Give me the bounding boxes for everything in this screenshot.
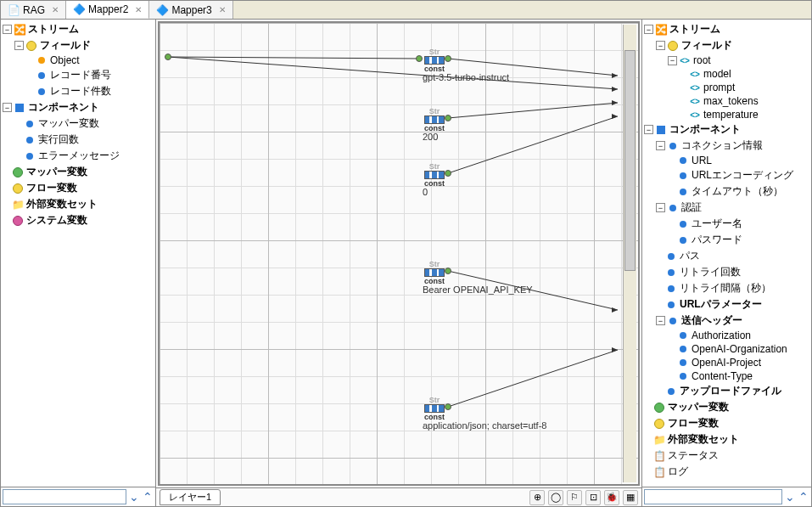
- tree-node[interactable]: マッパー変数: [3, 115, 154, 132]
- tree-node[interactable]: Content-Type: [644, 369, 809, 383]
- tree-node-sys-var[interactable]: システム変数: [3, 212, 154, 228]
- tree-node[interactable]: レコード件数: [3, 83, 154, 99]
- tree-node[interactable]: マッパー変数: [644, 399, 809, 415]
- tree-node-send-header[interactable]: −送信ヘッダー: [644, 313, 809, 329]
- dot-icon: [665, 283, 677, 295]
- chevron-up-icon[interactable]: ⌃: [142, 490, 154, 504]
- collapse-icon[interactable]: −: [656, 316, 665, 325]
- canvas[interactable]: Str const gpt-3.5-turbo-instruct Str con…: [158, 21, 640, 486]
- const-node[interactable]: Str const: [423, 163, 446, 188]
- out-port[interactable]: [445, 268, 451, 274]
- tree-node[interactable]: タイムアウト（秒）: [644, 183, 809, 200]
- tab-rag[interactable]: 📄 RAG ✕: [1, 1, 66, 19]
- filter-input[interactable]: [644, 489, 782, 504]
- connection-wires: [160, 23, 638, 484]
- tab-mapper3[interactable]: 🔷 Mapper3 ✕: [149, 1, 232, 19]
- tree-node[interactable]: URLパラメーター: [644, 296, 809, 313]
- tree-node[interactable]: −コネクション情報: [644, 138, 809, 154]
- tree-node[interactable]: パスワード: [644, 232, 809, 248]
- flag-button[interactable]: ⚐: [567, 490, 582, 505]
- collapse-icon[interactable]: −: [3, 25, 12, 34]
- tree-node-mapper-var[interactable]: マッパー変数: [3, 164, 154, 180]
- chevron-down-icon[interactable]: ⌄: [784, 490, 796, 504]
- collapse-icon[interactable]: −: [656, 41, 665, 50]
- tree-node-stream[interactable]: −🔀ストリーム: [3, 21, 154, 37]
- tree-node-auth[interactable]: −認証: [644, 200, 809, 216]
- tree-node[interactable]: 📁外部変数セット: [644, 431, 809, 448]
- close-icon[interactable]: ✕: [52, 5, 59, 14]
- circle-button[interactable]: ◯: [548, 490, 563, 505]
- collapse-icon[interactable]: −: [644, 25, 653, 34]
- tree-node[interactable]: リトライ回数: [644, 264, 809, 280]
- element-icon: <>: [679, 54, 691, 66]
- tree-node-root[interactable]: −<>root: [644, 54, 809, 67]
- tree-node-stream[interactable]: −🔀ストリーム: [644, 21, 809, 37]
- close-icon[interactable]: ✕: [219, 5, 226, 14]
- collapse-icon[interactable]: −: [644, 125, 653, 134]
- stream-icon: 🔀: [14, 24, 25, 36]
- collapse-icon[interactable]: −: [3, 103, 12, 112]
- out-port[interactable]: [445, 170, 451, 177]
- in-port[interactable]: [416, 55, 423, 62]
- tree-node[interactable]: <>model: [644, 67, 809, 81]
- scrollbar-thumb[interactable]: [624, 50, 636, 271]
- dot-icon: [677, 370, 689, 382]
- tree-node-flow-var[interactable]: フロー変数: [3, 180, 154, 196]
- canvas-scrollbar[interactable]: [623, 25, 636, 482]
- close-icon[interactable]: ✕: [135, 5, 142, 14]
- tree-node[interactable]: パス: [644, 248, 809, 264]
- debug-button[interactable]: 🐞: [604, 490, 619, 505]
- note-button[interactable]: ⊡: [585, 490, 601, 505]
- input-port[interactable]: [165, 54, 171, 60]
- tree-node[interactable]: OpenAI-Organization: [644, 342, 809, 356]
- tree-node[interactable]: 📋ステータス: [644, 448, 809, 464]
- tree-node[interactable]: URLエンコーディング: [644, 167, 809, 183]
- add-button[interactable]: ⊕: [529, 490, 545, 505]
- tree-node[interactable]: OpenAI-Project: [644, 356, 809, 369]
- out-port[interactable]: [445, 55, 451, 62]
- collapse-icon[interactable]: −: [14, 41, 24, 50]
- tree-node[interactable]: リトライ間隔（秒）: [644, 280, 809, 296]
- tab-mapper2[interactable]: 🔷 Mapper2 ✕: [66, 1, 149, 19]
- tree-node[interactable]: <>max_tokens: [644, 94, 809, 108]
- tree-node[interactable]: ユーザー名: [644, 216, 809, 232]
- tree-node[interactable]: フロー変数: [644, 415, 809, 431]
- tree-node[interactable]: 実行回数: [3, 132, 154, 148]
- svg-marker-7: [612, 87, 618, 92]
- collapse-icon[interactable]: −: [656, 203, 665, 212]
- tree-node[interactable]: レコード番号: [3, 67, 154, 83]
- chevron-down-icon[interactable]: ⌄: [128, 490, 140, 504]
- component-icon: [14, 102, 25, 114]
- dot-icon: [24, 134, 36, 146]
- tree-node[interactable]: 📋ログ: [644, 464, 809, 480]
- tree-node-object[interactable]: Object: [3, 54, 154, 67]
- const-node[interactable]: Str const: [423, 397, 446, 421]
- tree-node-field[interactable]: −フィールド: [644, 37, 809, 54]
- tree-node[interactable]: <>temperature: [644, 108, 809, 121]
- tree-node[interactable]: アップロードファイル: [644, 383, 809, 399]
- svg-marker-10: [612, 307, 618, 313]
- str-label: Str: [429, 163, 440, 171]
- collapse-icon[interactable]: −: [668, 56, 677, 65]
- tree-node-component[interactable]: −コンポーネント: [3, 99, 154, 115]
- layer-tab[interactable]: レイヤー1: [160, 489, 221, 505]
- circle-icon: [12, 183, 24, 194]
- const-node[interactable]: Str const: [423, 48, 446, 73]
- collapse-icon[interactable]: −: [656, 141, 665, 150]
- tree-node[interactable]: URL: [644, 154, 809, 167]
- out-port[interactable]: [445, 403, 451, 410]
- grid-button[interactable]: ▦: [623, 490, 638, 505]
- chevron-up-icon[interactable]: ⌃: [798, 490, 809, 504]
- const-node[interactable]: Str const: [423, 108, 446, 132]
- tree-node-component[interactable]: −コンポーネント: [644, 121, 809, 138]
- tree-node[interactable]: Authorization: [644, 329, 809, 342]
- out-port[interactable]: [445, 115, 451, 121]
- tree-node[interactable]: <>prompt: [644, 81, 809, 94]
- log-icon: 📋: [653, 466, 665, 478]
- const-node[interactable]: Str const: [423, 261, 446, 285]
- filter-input[interactable]: [3, 489, 126, 504]
- tree-node-ext-var[interactable]: 📁外部変数セット: [3, 196, 154, 212]
- tree-node-field[interactable]: −フィールド: [3, 37, 154, 54]
- left-filter-bar: ⌄ ⌃: [1, 487, 155, 506]
- tree-node[interactable]: エラーメッセージ: [3, 148, 154, 164]
